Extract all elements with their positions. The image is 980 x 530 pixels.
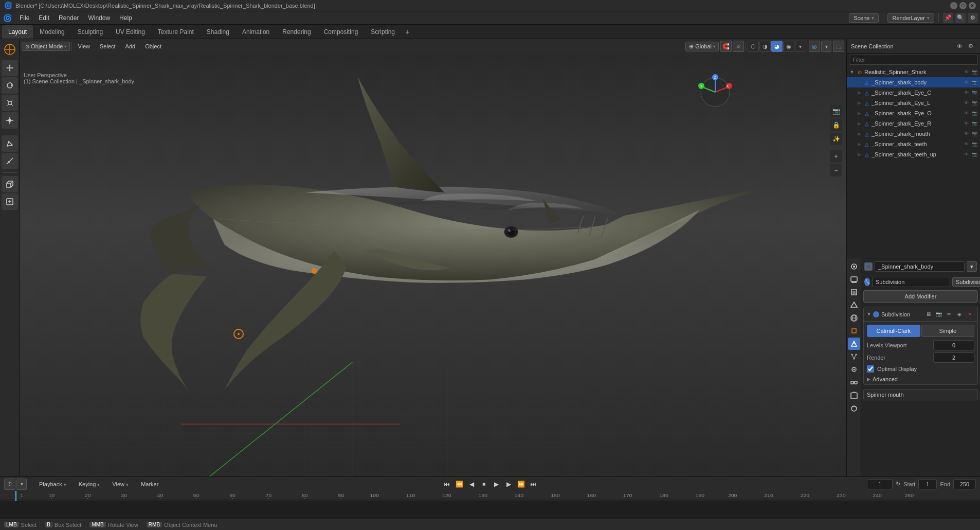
search-header-icon[interactable]: 🔍 [955, 13, 966, 23]
viewport-overlays-button[interactable]: ◎ [809, 41, 820, 52]
outliner-item-eye-o[interactable]: ▶ △ _Spinner_shark_Eye_O 👁 📷 [847, 108, 980, 118]
keying-menu[interactable]: Keying ▾ [75, 480, 104, 488]
levels-viewport-value[interactable]: 0 [933, 340, 974, 350]
proportional-edit[interactable]: ○ [733, 41, 744, 52]
teeth-camera-icon[interactable]: 📷 [971, 140, 978, 148]
simple-button[interactable]: Simple [921, 325, 975, 337]
tab-shading[interactable]: Shading [201, 25, 235, 39]
add-modifier-button[interactable]: Add Modifier [863, 290, 978, 303]
transform-tool[interactable] [2, 112, 18, 129]
outliner-item-teeth[interactable]: ▶ △ _Spinner_shark_teeth 👁 📷 [847, 139, 980, 149]
snap-button[interactable]: 🧲 [720, 41, 732, 52]
zoom-in-btn[interactable]: + [830, 150, 842, 163]
catmull-clark-button[interactable]: Catmull-Clark [867, 325, 920, 337]
advanced-section-header[interactable]: ▶ Advanced [864, 374, 977, 384]
zoom-out-btn[interactable]: − [830, 164, 842, 176]
tab-rendering[interactable]: Rendering [276, 25, 317, 39]
view-menu[interactable]: View [74, 42, 94, 50]
scene-selector[interactable]: Scene ▾ [849, 13, 879, 23]
material-shading[interactable]: ◕ [771, 41, 783, 52]
eye-r-eye-icon[interactable]: 👁 [963, 120, 970, 127]
rotate-tool[interactable] [2, 77, 18, 94]
tab-modeling[interactable]: Modeling [33, 25, 71, 39]
add-cube-tool[interactable] [2, 176, 18, 192]
viewport-render-btn[interactable]: ✨ [830, 133, 842, 145]
viewport-3d[interactable]: ⊙ Object Mode ▾ View Select Add Object [20, 39, 846, 476]
outliner-item-eye-c[interactable]: ▶ △ _Spinner_shark_Eye_C 👁 📷 [847, 87, 980, 98]
menu-edit[interactable]: Edit [34, 13, 53, 23]
render-levels-value[interactable]: 2 [933, 352, 974, 363]
scale-tool[interactable] [2, 95, 18, 111]
material-props-icon[interactable] [848, 402, 860, 414]
tab-scripting[interactable]: Scripting [365, 25, 401, 39]
modifier-expand-arrow[interactable]: ▼ [867, 312, 871, 316]
maximize-button[interactable]: □ [959, 2, 967, 9]
scene-camera-icon[interactable]: 📷 [971, 68, 978, 76]
jump-start-button[interactable]: ⏮ [441, 479, 452, 490]
current-frame-input[interactable] [867, 479, 893, 489]
teeth-up-eye-icon[interactable]: 👁 [963, 151, 970, 158]
add-tool[interactable] [2, 193, 18, 210]
add-workspace-button[interactable]: + [402, 26, 413, 38]
end-frame-input[interactable] [953, 479, 976, 489]
modifier-close-btn[interactable]: ✕ [965, 310, 974, 319]
move-tool[interactable] [2, 60, 18, 76]
object-data-props-icon[interactable] [848, 389, 860, 401]
body-eye-icon[interactable]: 👁 [963, 79, 970, 86]
tab-animation[interactable]: Animation [236, 25, 276, 39]
render-props-icon[interactable] [848, 260, 860, 273]
output-props-icon[interactable] [848, 273, 860, 286]
body-camera-icon[interactable]: 📷 [971, 79, 978, 86]
nav-gizmo[interactable]: X Y Z [697, 74, 733, 110]
teeth-eye-icon[interactable]: 👁 [963, 140, 970, 148]
tab-sculpting[interactable]: Sculpting [71, 25, 109, 39]
tab-layout[interactable]: Layout [2, 25, 33, 39]
object-selector-dropdown[interactable]: ▾ [967, 261, 977, 272]
modifier-props-icon[interactable] [848, 338, 860, 350]
active-object-input[interactable] [875, 261, 965, 272]
eye-o-camera-icon[interactable]: 📷 [971, 110, 978, 117]
modifier-render-btn[interactable]: 📷 [934, 310, 943, 319]
world-props-icon[interactable] [848, 312, 860, 324]
eye-r-camera-icon[interactable]: 📷 [971, 120, 978, 127]
menu-render[interactable]: Render [55, 13, 83, 23]
view-menu-timeline[interactable]: View ▾ [108, 480, 133, 488]
outliner-display-icon[interactable]: 👁 [954, 41, 965, 51]
timeline-icon[interactable]: ⏱ [4, 479, 15, 490]
eye-l-eye-icon[interactable]: 👁 [963, 99, 970, 107]
jump-end-button[interactable]: ⏭ [528, 479, 539, 490]
physics-props-icon[interactable] [848, 363, 860, 376]
next-keyframe-button[interactable]: ⏩ [515, 479, 527, 490]
xray-button[interactable]: ⬚ [833, 41, 844, 52]
rendered-shading[interactable]: ◉ [783, 41, 794, 52]
tab-compositing[interactable]: Compositing [318, 25, 365, 39]
modifier-edit-btn[interactable]: ✏ [945, 310, 954, 319]
eye-o-eye-icon[interactable]: 👁 [963, 110, 970, 117]
scene-props-icon[interactable] [848, 299, 860, 311]
select-menu[interactable]: Select [96, 42, 120, 50]
menu-help[interactable]: Help [115, 13, 136, 23]
measure-tool[interactable] [2, 153, 18, 169]
stop-button[interactable]: ■ [478, 479, 489, 490]
outliner-item-mouth[interactable]: ▶ △ _Spinner_shark_mouth 👁 📷 [847, 129, 980, 139]
playback-menu[interactable]: Playback ▾ [35, 480, 70, 488]
menu-window[interactable]: Window [84, 13, 114, 23]
object-menu[interactable]: Object [141, 42, 166, 50]
prev-keyframe-button[interactable]: ⏪ [453, 479, 465, 490]
modifier-cage-btn[interactable]: ◈ [955, 310, 964, 319]
outliner-item-body[interactable]: ▶ △ _Spinner_shark_body 👁 📷 [847, 77, 980, 87]
annotate-tool[interactable] [2, 135, 18, 152]
prev-frame-button[interactable]: ◀ [466, 479, 477, 490]
menu-file[interactable]: File [15, 13, 33, 23]
mouth-camera-icon[interactable]: 📷 [971, 130, 978, 137]
timeline-content[interactable]: 1 10 20 30 40 50 60 70 80 90 100 110 120… [0, 491, 980, 519]
filter-header-icon[interactable]: ⚙ [968, 13, 978, 23]
outliner-item-teeth-up[interactable]: ▶ △ _Spinner_shark_teeth_up 👁 📷 [847, 149, 980, 160]
solid-shading[interactable]: ◑ [759, 41, 771, 52]
outliner-search-input[interactable] [849, 55, 978, 65]
close-button[interactable]: ✕ [969, 2, 976, 9]
outliner-item-eye-l[interactable]: ▶ △ _Spinner_shark_Eye_L 👁 📷 [847, 98, 980, 108]
constraints-props-icon[interactable] [848, 376, 860, 388]
wireframe-shading[interactable]: ⬡ [748, 41, 759, 52]
optimal-display-checkbox[interactable] [867, 365, 874, 373]
